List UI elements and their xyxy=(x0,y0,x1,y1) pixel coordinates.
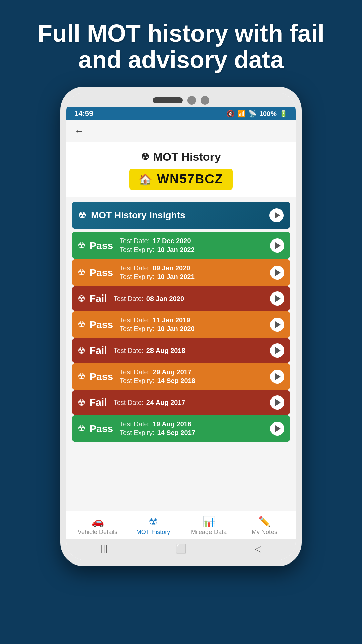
radiation-row-icon-3: ☢ xyxy=(78,293,85,304)
mot-row-left-8: ☢ Pass Test Date: 19 Aug 2016 Test Expir… xyxy=(78,420,195,437)
result-label-2: Pass xyxy=(89,267,113,278)
play-icon-4 xyxy=(275,321,281,328)
radiation-row-icon-8: ☢ xyxy=(78,423,85,434)
back-button[interactable]: ← xyxy=(74,125,84,137)
mot-row-left-3: ☢ Fail Test Date: 08 Jan 2020 xyxy=(78,293,184,304)
radiation-row-icon-6: ☢ xyxy=(78,371,85,382)
car-icon: 🚗 xyxy=(92,516,104,527)
test-date-val-1: 17 Dec 2020 xyxy=(153,237,191,245)
test-date-key-5: Test Date: xyxy=(114,347,144,355)
phone-inner: 14:59 🔇 📶 📡 100% 🔋 ← ☢ MOT History xyxy=(66,93,296,560)
radiation-row-icon-7: ☢ xyxy=(78,397,85,408)
test-date-val-5: 28 Aug 2018 xyxy=(146,347,185,355)
test-date-key-4: Test Date: xyxy=(120,316,150,324)
mot-row-8[interactable]: ☢ Pass Test Date: 19 Aug 2016 Test Expir… xyxy=(72,415,290,442)
play-icon-5 xyxy=(275,347,281,354)
page-title-text: MOT History xyxy=(153,150,221,163)
mot-list: ☢ MOT History Insights ☢ Pass Test Date:… xyxy=(66,197,296,511)
mot-row-5[interactable]: ☢ Fail Test Date: 28 Aug 2018 xyxy=(72,338,290,363)
nav-vehicle-details-label: Vehicle Details xyxy=(78,529,117,536)
phone-notch xyxy=(66,93,296,107)
test-date-val-2: 09 Jan 2020 xyxy=(153,264,190,272)
test-date-val-4: 11 Jan 2019 xyxy=(153,316,190,324)
row-play-button-5[interactable] xyxy=(270,343,284,358)
row-play-button-2[interactable] xyxy=(270,266,284,280)
chart-icon: 📊 xyxy=(203,516,215,527)
license-plate: 🏠 WN57BCZ xyxy=(129,169,233,190)
insights-left: ☢ MOT History Insights xyxy=(78,210,185,221)
mot-row-3[interactable]: ☢ Fail Test Date: 08 Jan 2020 xyxy=(72,286,290,311)
screen-content: ← ☢ MOT History 🏠 WN57BCZ ☢ xyxy=(66,120,296,539)
nav-mileage-data[interactable]: 📊 Mileage Data xyxy=(189,516,229,536)
insights-radiation-icon: ☢ xyxy=(78,210,86,221)
mute-icon: 🔇 xyxy=(226,110,235,118)
nav-notes-label: My Notes xyxy=(252,529,277,536)
test-date-key-1: Test Date: xyxy=(120,237,150,245)
test-date-key-3: Test Date: xyxy=(114,295,144,303)
row-play-button-8[interactable] xyxy=(270,422,284,436)
row-play-button-7[interactable] xyxy=(270,395,284,410)
battery-label: 100% xyxy=(259,110,277,118)
notch-bar xyxy=(153,97,183,103)
test-expiry-key-1: Test Expiry: xyxy=(120,246,154,254)
play-icon-1 xyxy=(275,242,281,249)
test-expiry-val-1: 10 Jan 2022 xyxy=(157,246,194,254)
play-icon-3 xyxy=(275,295,281,302)
insights-label: MOT History Insights xyxy=(91,210,185,221)
mot-dates-1: Test Date: 17 Dec 2020 Test Expiry: 10 J… xyxy=(120,237,195,254)
result-label-1: Pass xyxy=(89,240,113,251)
hero-title: Full MOT history with fail and advisory … xyxy=(0,0,362,87)
nav-mot-history[interactable]: ☢ MOT History xyxy=(133,516,173,536)
sys-recents-icon[interactable]: ◁ xyxy=(255,544,261,554)
insights-play-button[interactable] xyxy=(269,208,284,222)
mot-row-1[interactable]: ☢ Pass Test Date: 17 Dec 2020 Test Expir… xyxy=(72,232,290,259)
nav-my-notes[interactable]: ✏️ My Notes xyxy=(244,516,285,536)
radiation-row-icon-1: ☢ xyxy=(78,240,85,251)
sensor-circle xyxy=(201,96,209,105)
test-expiry-val-6: 14 Sep 2018 xyxy=(157,377,195,385)
mot-row-left-6: ☢ Pass Test Date: 29 Aug 2017 Test Expir… xyxy=(78,368,195,385)
nav-vehicle-details[interactable]: 🚗 Vehicle Details xyxy=(77,516,118,536)
test-expiry-val-4: 10 Jan 2020 xyxy=(157,325,194,333)
test-expiry-val-8: 14 Sep 2017 xyxy=(157,429,195,437)
mot-dates-5: Test Date: 28 Aug 2018 xyxy=(114,347,185,355)
top-nav: ← xyxy=(66,120,296,142)
test-date-key-6: Test Date: xyxy=(120,368,150,376)
test-expiry-key-4: Test Expiry: xyxy=(120,325,154,333)
result-label-3: Fail xyxy=(89,293,107,304)
mot-row-4[interactable]: ☢ Pass Test Date: 11 Jan 2019 Test Expir… xyxy=(72,311,290,338)
mot-dates-4: Test Date: 11 Jan 2019 Test Expiry: 10 J… xyxy=(120,316,195,333)
radiation-title-icon: ☢ xyxy=(141,151,149,162)
nav-mileage-label: Mileage Data xyxy=(191,529,227,536)
status-time: 14:59 xyxy=(74,109,93,118)
mot-row-7[interactable]: ☢ Fail Test Date: 24 Aug 2017 xyxy=(72,390,290,415)
mot-row-2[interactable]: ☢ Pass Test Date: 09 Jan 2020 Test Expir… xyxy=(72,259,290,286)
plate-number: WN57BCZ xyxy=(157,172,223,186)
result-label-4: Pass xyxy=(89,319,113,330)
status-bar: 14:59 🔇 📶 📡 100% 🔋 xyxy=(66,107,296,120)
test-expiry-val-2: 10 Jan 2021 xyxy=(157,273,194,281)
sys-back-icon[interactable]: ||| xyxy=(101,544,107,554)
play-icon-8 xyxy=(275,425,281,432)
test-expiry-key-2: Test Expiry: xyxy=(120,273,154,281)
mot-dates-7: Test Date: 24 Aug 2017 xyxy=(114,399,185,407)
row-play-button-1[interactable] xyxy=(270,238,284,253)
test-date-key-7: Test Date: xyxy=(114,399,144,407)
signal-icon: 📡 xyxy=(248,110,257,118)
play-icon-2 xyxy=(275,269,281,276)
bottom-nav: 🚗 Vehicle Details ☢ MOT History 📊 Mileag… xyxy=(66,511,296,539)
test-date-val-6: 29 Aug 2017 xyxy=(153,368,191,376)
mot-row-6[interactable]: ☢ Pass Test Date: 29 Aug 2017 Test Expir… xyxy=(72,363,290,390)
result-label-5: Fail xyxy=(89,345,107,356)
test-expiry-key-8: Test Expiry: xyxy=(120,429,154,437)
test-expiry-key-6: Test Expiry: xyxy=(120,377,154,385)
row-play-button-4[interactable] xyxy=(270,318,284,332)
row-play-button-6[interactable] xyxy=(270,370,284,384)
play-icon-6 xyxy=(275,373,281,380)
insights-row[interactable]: ☢ MOT History Insights xyxy=(72,202,290,229)
mot-row-left-5: ☢ Fail Test Date: 28 Aug 2018 xyxy=(78,345,185,356)
mot-row-left-1: ☢ Pass Test Date: 17 Dec 2020 Test Expir… xyxy=(78,237,195,254)
sys-home-icon[interactable]: ⬜ xyxy=(176,544,186,554)
test-date-key-8: Test Date: xyxy=(120,420,150,428)
row-play-button-3[interactable] xyxy=(270,291,284,306)
